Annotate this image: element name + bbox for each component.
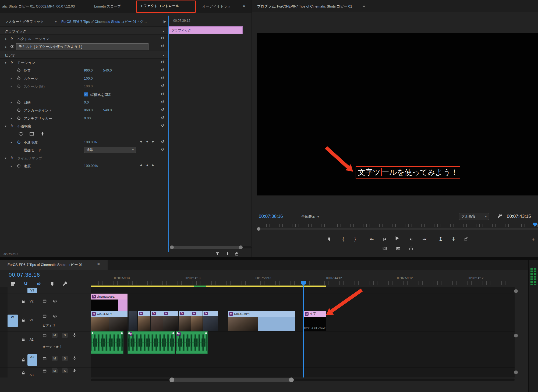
collapse-icon[interactable]: ▴ (163, 54, 164, 57)
pen-keyframe-icon[interactable] (225, 252, 230, 256)
ec-row-opacity-fx[interactable]: ▾ fx 不透明度 ↺ (0, 122, 169, 130)
eye-icon[interactable] (53, 314, 57, 318)
reset-icon[interactable]: ↺ (161, 60, 164, 65)
reset-icon[interactable]: ↺ (161, 147, 164, 152)
collapse-icon[interactable]: ▴ (163, 30, 164, 33)
stopwatch-icon[interactable] (17, 68, 21, 72)
master-clip-selector[interactable]: マスター * グラフィック (5, 19, 44, 24)
scale-value[interactable]: 100.0 (84, 76, 93, 80)
antiflicker-value[interactable]: 0.00 (84, 116, 91, 120)
v-scroll-handle[interactable] (514, 370, 518, 374)
reset-icon[interactable]: ↺ (161, 107, 164, 112)
solo-button[interactable]: S (62, 333, 68, 338)
clip-mini[interactable]: fx (191, 311, 203, 331)
mini-timeline-graphics-clip[interactable]: グラフィック (169, 26, 243, 34)
sync-lock-icon[interactable] (43, 314, 47, 318)
reset-icon[interactable]: ↺ (161, 99, 164, 104)
anchor-y-value[interactable]: 540.0 (103, 108, 112, 112)
clip-handle-dot[interactable] (177, 332, 178, 334)
lock-icon[interactable] (22, 338, 25, 341)
comparison-view-button[interactable] (463, 236, 470, 243)
tab-overflow-icon[interactable]: » (243, 3, 245, 8)
clip-mini[interactable]: fx (163, 311, 178, 331)
settings-wrench-icon[interactable] (497, 213, 502, 219)
expand-icon[interactable]: ▸ (5, 37, 7, 41)
sync-lock-icon[interactable] (43, 333, 47, 338)
lock-icon[interactable] (22, 318, 25, 322)
extract-button[interactable]: ↧ (450, 236, 457, 242)
safe-margins-button[interactable] (381, 245, 388, 252)
track-v3-badge[interactable]: V3 (27, 288, 37, 293)
clip-title-bar[interactable]: fx C0011.MP4 (91, 311, 128, 317)
clip-mini[interactable]: fx (138, 311, 150, 331)
ec-row-vector-motion[interactable]: ▸ fx ベクトルモーション ↺ (0, 35, 169, 42)
collapse-icon[interactable]: ▾ (5, 156, 6, 160)
expand-icon[interactable]: ▸ (5, 45, 7, 49)
ec-section-graphics[interactable]: グラフィック ▴ (0, 27, 169, 35)
export-frame-button[interactable] (394, 245, 402, 252)
tab-source-monitor[interactable]: atic Shots コピー 01: C0002.MP4: 00:07:12:0… (2, 4, 83, 9)
stopwatch-icon[interactable] (17, 163, 21, 168)
panel-divider[interactable] (168, 16, 169, 252)
sequence-clip-link[interactable]: ForCS-EP6-7 Tips of Cinematic Shots コピー … (61, 19, 158, 24)
ec-row-motion[interactable]: ▾ fx モーション ↺ (0, 59, 169, 66)
clip-handle-dot[interactable] (172, 332, 174, 334)
reset-icon[interactable]: ↺ (161, 67, 164, 72)
ec-row-text-item[interactable]: ▸ テキスト (文字ツールを使ってみよう！) ↺ (0, 42, 169, 51)
timeline-h-scrollbar[interactable] (91, 379, 515, 381)
export-icon[interactable] (235, 252, 239, 256)
clip-handle-dot[interactable] (92, 332, 93, 334)
play-button[interactable] (393, 235, 401, 241)
collapse-icon[interactable]: ▾ (5, 61, 6, 65)
speed-value[interactable]: 100.00% (84, 164, 98, 168)
nest-sequences-icon[interactable] (10, 281, 16, 287)
chevron-down-icon[interactable]: ▾ (55, 20, 57, 24)
clip-body[interactable] (118, 300, 128, 311)
clip-thumbnail[interactable] (91, 300, 118, 311)
next-keyframe-icon[interactable]: ▶ (152, 140, 154, 143)
mute-button[interactable]: M (52, 368, 58, 373)
clip-mini[interactable]: fx (179, 311, 191, 331)
go-to-out-button[interactable]: ⇥ (421, 236, 428, 243)
lock-icon[interactable] (22, 300, 25, 303)
clip-title-bar[interactable]: fx 文字 (304, 311, 326, 317)
add-marker-button[interactable] (325, 236, 333, 243)
add-keyframe-icon[interactable]: ◆ (146, 164, 148, 166)
expand-icon[interactable]: ▸ (11, 101, 12, 104)
clip-thumbnail[interactable]: 文字ツールを使ってみよう！ (304, 317, 326, 331)
lock-icon[interactable] (22, 371, 25, 375)
audio-clip[interactable] (91, 331, 123, 354)
track-v2-label[interactable]: V2 (30, 300, 34, 303)
timeline-tab-label[interactable]: ForCS-EP6-7 Tips of Cinematic Shots コピー … (8, 262, 83, 267)
track-a1-label[interactable]: A1 (30, 338, 34, 341)
add-marker-icon[interactable] (49, 281, 55, 287)
stopwatch-icon[interactable] (17, 76, 21, 80)
expand-icon[interactable]: ▸ (11, 164, 12, 168)
opacity-value[interactable]: 100.0 % (84, 140, 97, 144)
go-to-in-button[interactable]: ⇤ (368, 236, 376, 243)
stopwatch-icon[interactable] (17, 100, 21, 104)
program-current-timecode[interactable]: 00:07:38:16 (259, 214, 283, 219)
blend-mode-dropdown[interactable]: 通常 ▾ (84, 147, 136, 153)
mark-out-button[interactable]: } (351, 236, 359, 242)
stopwatch-icon[interactable] (17, 108, 21, 112)
reset-icon[interactable]: ↺ (161, 92, 164, 97)
mic-icon[interactable] (72, 356, 76, 360)
timeline-v-scrollbar[interactable] (516, 287, 516, 377)
reset-icon[interactable]: ↺ (161, 44, 164, 48)
reset-icon[interactable]: ↺ (161, 115, 164, 120)
mute-button[interactable]: M (52, 333, 58, 338)
sync-lock-icon[interactable] (43, 369, 47, 373)
ec-section-video[interactable]: ビデオ ▴ (0, 51, 169, 59)
snap-icon[interactable] (23, 281, 29, 287)
panel-menu-icon[interactable]: ≡ (97, 262, 100, 266)
expand-icon[interactable]: ▸ (11, 141, 12, 144)
mini-timeline-scroll-handle[interactable] (171, 246, 242, 249)
anchor-x-value[interactable]: 960.0 (84, 108, 93, 112)
mic-icon[interactable] (72, 333, 76, 337)
export-button[interactable] (407, 245, 415, 252)
sync-lock-icon[interactable] (43, 357, 47, 361)
clip-title-bar[interactable]: fx cinemascope. (91, 294, 128, 300)
reset-icon[interactable]: ↺ (161, 83, 164, 88)
v-scroll-handle[interactable] (514, 334, 518, 337)
